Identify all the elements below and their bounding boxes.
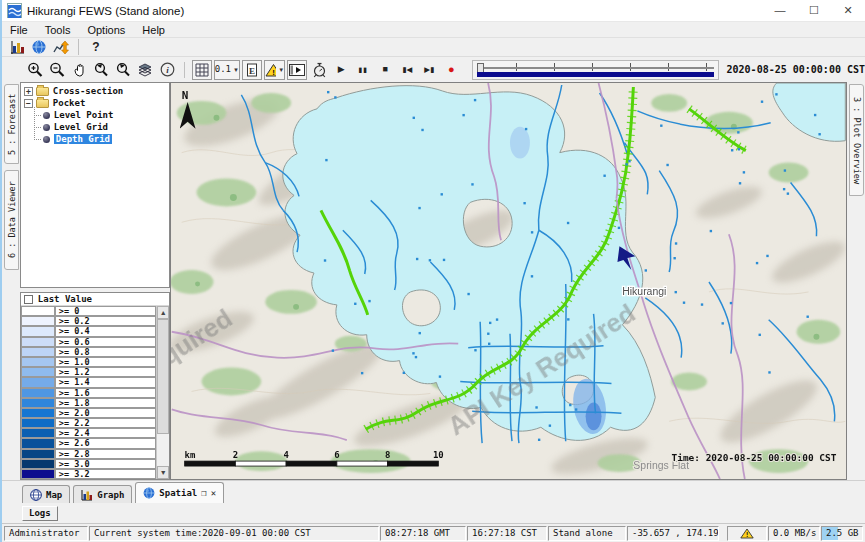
stop-button[interactable]: ■ bbox=[375, 60, 395, 80]
scale-tick-label: 8 bbox=[385, 450, 390, 460]
legend-header: Last Value bbox=[21, 293, 169, 306]
zoom-out-button[interactable] bbox=[47, 60, 67, 80]
tab-spatial-label: Spatial bbox=[159, 488, 197, 498]
close-button[interactable]: ✕ bbox=[831, 0, 865, 22]
animation-export-button[interactable] bbox=[287, 60, 307, 80]
scroll-thumb[interactable] bbox=[157, 319, 169, 434]
legend-class-row[interactable]: >= 1.6 bbox=[21, 388, 156, 398]
app-logo-icon bbox=[7, 3, 22, 18]
chevron-down-icon: ▼ bbox=[233, 67, 239, 73]
legend-class-row[interactable]: >= 2.6 bbox=[21, 438, 156, 448]
collapse-icon[interactable]: − bbox=[24, 99, 33, 108]
legend-class-row[interactable]: >= 1.8 bbox=[21, 398, 156, 408]
layers-button[interactable] bbox=[135, 60, 155, 80]
info-button[interactable]: i bbox=[157, 60, 177, 80]
legend-color-swatch bbox=[21, 337, 55, 347]
tab-plot-overview[interactable]: 3 : Plot Overview bbox=[849, 84, 864, 196]
tree-item-cross-section[interactable]: + Cross-section bbox=[23, 85, 169, 97]
sidebar-tab-data-viewer[interactable]: 6 : Data Viewer bbox=[4, 170, 19, 270]
node-bullet-icon bbox=[43, 112, 50, 119]
legend-edit-button[interactable]: E bbox=[242, 60, 262, 80]
legend-class-label: >= 2.6 bbox=[55, 438, 156, 448]
legend-class-label: >= 1.0 bbox=[55, 357, 156, 367]
legend-class-row[interactable]: >= 1.0 bbox=[21, 357, 156, 367]
scale-tick-label: 2 bbox=[233, 450, 238, 460]
tree-item-depth-grid[interactable]: Depth Grid bbox=[29, 133, 169, 145]
filter-tree: + Cross-section − Pocket Level Point Lev… bbox=[20, 82, 170, 288]
legend-class-row[interactable]: >= 3.2 bbox=[21, 469, 156, 479]
maximize-button[interactable]: ☐ bbox=[797, 0, 831, 22]
contour-threshold-dropdown[interactable]: 0.1 ▼ bbox=[214, 60, 240, 80]
tab-map[interactable]: Map bbox=[22, 485, 70, 503]
legend-class-row[interactable]: >= 3.0 bbox=[21, 459, 156, 469]
tab-maximize-icon[interactable]: ❒ bbox=[201, 488, 206, 498]
menu-help[interactable]: Help bbox=[140, 24, 174, 36]
tab-spatial[interactable]: Spatial ❒ ✕ bbox=[135, 482, 224, 503]
chart-arrow-icon bbox=[53, 40, 70, 55]
menu-tools[interactable]: Tools bbox=[43, 24, 80, 36]
legend-class-row[interactable]: >= 2.4 bbox=[21, 428, 156, 438]
legend-e-icon: E bbox=[246, 63, 258, 77]
zoom-in-button[interactable] bbox=[25, 60, 45, 80]
record-button[interactable]: ● bbox=[441, 60, 461, 80]
skip-to-end-button[interactable]: ▶▮ bbox=[419, 60, 439, 80]
tree-item-pocket[interactable]: − Pocket bbox=[23, 97, 169, 109]
status-user: Administrator bbox=[4, 526, 88, 541]
time-slider[interactable] bbox=[472, 60, 718, 80]
pause-button[interactable]: ▮▮ bbox=[353, 60, 373, 80]
status-local-time: 16:27:18 CST bbox=[467, 526, 547, 541]
legend-class-row[interactable]: >= 0.6 bbox=[21, 337, 156, 347]
status-warning-cell[interactable]: ! bbox=[727, 526, 767, 541]
skip-to-start-button[interactable]: ▮◀ bbox=[397, 60, 417, 80]
map-display-button[interactable] bbox=[29, 37, 49, 57]
play-button[interactable]: ▶ bbox=[331, 60, 351, 80]
svg-text:E: E bbox=[249, 65, 255, 75]
legend-class-row[interactable]: >= 0 bbox=[21, 306, 156, 316]
menu-file[interactable]: File bbox=[8, 24, 37, 36]
window-title: Hikurangi FEWS (Stand alone) bbox=[27, 5, 184, 17]
zoom-next-button[interactable] bbox=[113, 60, 133, 80]
legend-class-row[interactable]: >= 2.0 bbox=[21, 408, 156, 418]
animation-timer-button[interactable] bbox=[309, 60, 329, 80]
graph-display-button[interactable] bbox=[7, 37, 27, 57]
sidebar-tab-forecast[interactable]: 5 : Forecast bbox=[4, 84, 19, 164]
svg-text:!: ! bbox=[745, 531, 749, 539]
title-bar: Hikurangi FEWS (Stand alone) — ☐ ✕ bbox=[2, 0, 865, 22]
warning-threshold-dropdown[interactable]: ! ▼ bbox=[264, 60, 285, 80]
legend-class-row[interactable]: >= 0.4 bbox=[21, 326, 156, 336]
legend-class-label: >= 2.8 bbox=[55, 449, 156, 459]
tree-item-level-point[interactable]: Level Point bbox=[29, 109, 169, 121]
map-canvas[interactable]: Hikurangi Springs Flat API Key Required … bbox=[171, 83, 846, 479]
logs-button[interactable]: Logs bbox=[22, 506, 58, 521]
grid-display-button[interactable] bbox=[192, 60, 212, 80]
minimize-button[interactable]: — bbox=[763, 0, 797, 22]
timeseries-display-button[interactable] bbox=[51, 37, 71, 57]
scroll-down-icon[interactable]: ▼ bbox=[157, 466, 169, 479]
expand-icon[interactable]: + bbox=[24, 87, 33, 96]
legend-class-row[interactable]: >= 0.8 bbox=[21, 347, 156, 357]
tab-graph[interactable]: Graph bbox=[73, 485, 132, 503]
zoom-out-icon bbox=[49, 62, 65, 78]
legend-color-swatch bbox=[21, 418, 55, 428]
status-memory-usage: 2.5 GB bbox=[821, 526, 863, 541]
legend-class-row[interactable]: >= 1.2 bbox=[21, 367, 156, 377]
status-bar: Administrator Current system time:2020-0… bbox=[2, 524, 865, 542]
legend-class-row[interactable]: >= 1.4 bbox=[21, 377, 156, 387]
menu-options[interactable]: Options bbox=[85, 24, 134, 36]
legend-class-label: >= 0.6 bbox=[55, 337, 156, 347]
legend-class-row[interactable]: >= 2.8 bbox=[21, 449, 156, 459]
last-value-checkbox[interactable] bbox=[24, 295, 33, 304]
scroll-up-icon[interactable]: ▲ bbox=[157, 306, 169, 319]
legend-scrollbar[interactable]: ▲ ▼ bbox=[156, 306, 169, 479]
legend-class-row[interactable]: >= 0.2 bbox=[21, 316, 156, 326]
legend-class-row[interactable]: >= 2.2 bbox=[21, 418, 156, 428]
last-value-label: Last Value bbox=[38, 294, 92, 304]
spatial-map-view[interactable]: Hikurangi Springs Flat API Key Required … bbox=[170, 82, 847, 480]
tab-close-icon[interactable]: ✕ bbox=[211, 488, 216, 498]
scroll-track[interactable] bbox=[157, 319, 169, 466]
zoom-previous-button[interactable] bbox=[91, 60, 111, 80]
tree-item-level-grid[interactable]: Level Grid bbox=[29, 121, 169, 133]
pan-button[interactable] bbox=[69, 60, 89, 80]
legend-color-swatch bbox=[21, 469, 55, 479]
help-button[interactable]: ? bbox=[86, 37, 106, 57]
